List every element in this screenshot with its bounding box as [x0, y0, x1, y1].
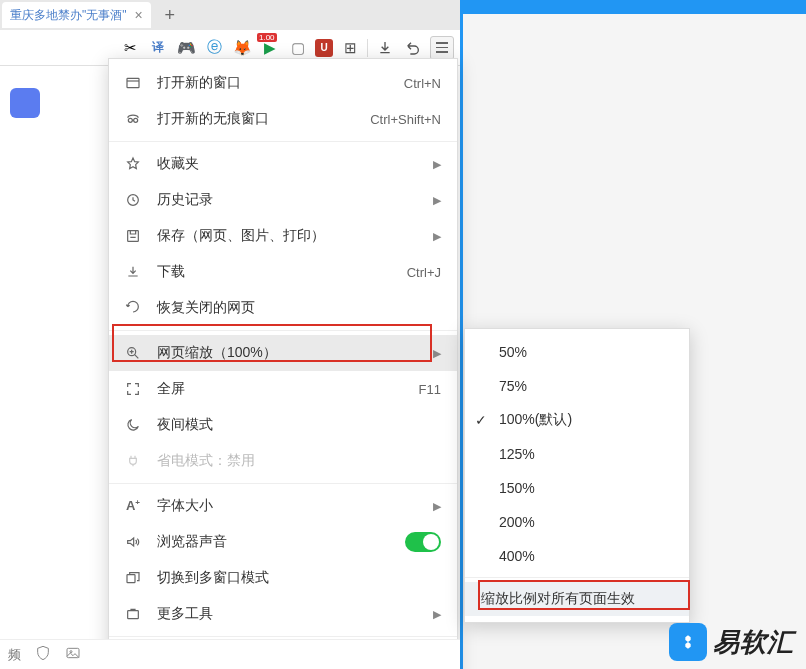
chevron-right-icon: ▶	[433, 608, 441, 621]
menu-item-multiwin[interactable]: 切换到多窗口模式	[109, 560, 457, 596]
moon-icon	[123, 415, 143, 435]
zoom-label: 75%	[499, 378, 527, 394]
menu-item-star[interactable]: 收藏夹▶	[109, 146, 457, 182]
menu-label: 下载	[157, 263, 407, 281]
toggle-switch[interactable]	[405, 532, 441, 552]
multiwin-icon	[123, 568, 143, 588]
menu-item-zoom[interactable]: 网页缩放（100%）▶	[109, 335, 457, 371]
zoom-label: 150%	[499, 480, 535, 496]
menu-item-window[interactable]: 打开新的窗口Ctrl+N	[109, 65, 457, 101]
star-icon	[123, 154, 143, 174]
menu-label: 浏览器声音	[157, 533, 405, 551]
grid-icon[interactable]: ⊞	[339, 37, 361, 59]
zoom-label: 200%	[499, 514, 535, 530]
menu-item-clock[interactable]: 历史记录▶	[109, 182, 457, 218]
menu-label: 打开新的窗口	[157, 74, 404, 92]
menu-button[interactable]	[430, 36, 454, 60]
menu-item-moon[interactable]: 夜间模式	[109, 407, 457, 443]
zoom-option[interactable]: 200%	[465, 505, 689, 539]
zoom-apply-all[interactable]: 缩放比例对所有页面生效	[465, 582, 689, 616]
shield-icon[interactable]: U	[315, 39, 333, 57]
undo-icon[interactable]	[402, 37, 424, 59]
menu-label: 夜间模式	[157, 416, 441, 434]
zoom-icon	[123, 343, 143, 363]
font-icon: A+	[123, 496, 143, 516]
zoom-option[interactable]: 400%	[465, 539, 689, 573]
menu-shortcut: Ctrl+N	[404, 76, 441, 91]
tools-icon	[123, 604, 143, 624]
svg-rect-4	[128, 231, 139, 242]
chevron-right-icon: ▶	[433, 500, 441, 513]
chevron-right-icon: ▶	[433, 158, 441, 171]
download-icon[interactable]	[374, 37, 396, 59]
freq-icon[interactable]: 频	[8, 646, 21, 664]
menu-label: 保存（网页、图片、打印）	[157, 227, 433, 245]
gamepad-icon[interactable]: 🎮	[175, 37, 197, 59]
svg-point-1	[128, 118, 132, 122]
menu-label: 全屏	[157, 380, 419, 398]
logo-badge-icon	[669, 623, 707, 661]
scissors-icon[interactable]: ✂	[119, 37, 141, 59]
zoom-option[interactable]: 150%	[465, 471, 689, 505]
new-tab-button[interactable]: +	[157, 2, 183, 28]
menu-item-sound[interactable]: 浏览器声音	[109, 524, 457, 560]
shield-outline-icon[interactable]	[35, 645, 51, 664]
watermark-logo: 易软汇	[669, 623, 794, 661]
menu-label: 收藏夹	[157, 155, 433, 173]
restore-icon	[123, 298, 143, 318]
image-icon[interactable]	[65, 645, 81, 664]
menu-item-plug: 省电模式：禁用	[109, 443, 457, 479]
window-icon	[123, 73, 143, 93]
play-icon[interactable]: ▶1.00	[259, 37, 281, 59]
menu-shortcut: Ctrl+Shift+N	[370, 112, 441, 127]
close-icon[interactable]: ×	[135, 7, 143, 23]
menu-label: 切换到多窗口模式	[157, 569, 441, 587]
menu-item-incognito[interactable]: 打开新的无痕窗口Ctrl+Shift+N	[109, 101, 457, 137]
book-icon[interactable]: ▢	[287, 37, 309, 59]
chevron-right-icon: ▶	[433, 194, 441, 207]
menu-label: 省电模式：禁用	[157, 452, 441, 470]
svg-rect-7	[128, 611, 139, 619]
menu-label: 字体大小	[157, 497, 433, 515]
side-panel-header	[463, 0, 806, 14]
menu-item-fullscreen[interactable]: 全屏F11	[109, 371, 457, 407]
menu-separator	[465, 577, 689, 578]
zoom-label: 50%	[499, 344, 527, 360]
tab-bar: 重庆多地禁办"无事酒" × +	[0, 0, 460, 30]
sound-icon	[123, 532, 143, 552]
menu-item-restore[interactable]: 恢复关闭的网页	[109, 290, 457, 326]
menu-label: 更多工具	[157, 605, 433, 623]
logo-text: 易软汇	[713, 625, 794, 660]
menu-item-save[interactable]: 保存（网页、图片、打印）▶	[109, 218, 457, 254]
menu-item-download[interactable]: 下载Ctrl+J	[109, 254, 457, 290]
menu-separator	[109, 636, 457, 637]
menu-item-font[interactable]: A+字体大小▶	[109, 488, 457, 524]
svg-rect-0	[127, 78, 139, 87]
zoom-option[interactable]: 75%	[465, 369, 689, 403]
plug-icon	[123, 451, 143, 471]
zoom-option[interactable]: 50%	[465, 335, 689, 369]
zoom-option[interactable]: 125%	[465, 437, 689, 471]
page-favicon	[10, 88, 40, 118]
menu-label: 历史记录	[157, 191, 433, 209]
zoom-option[interactable]: ✓100%(默认)	[465, 403, 689, 437]
menu-label: 恢复关闭的网页	[157, 299, 441, 317]
zoom-label: 400%	[499, 548, 535, 564]
browser-tab[interactable]: 重庆多地禁办"无事酒" ×	[2, 2, 151, 28]
chevron-right-icon: ▶	[433, 230, 441, 243]
fox-icon[interactable]: 🦊	[231, 37, 253, 59]
main-menu: 打开新的窗口Ctrl+N打开新的无痕窗口Ctrl+Shift+N收藏夹▶历史记录…	[108, 58, 458, 669]
menu-label: 网页缩放（100%）	[157, 344, 433, 362]
menu-shortcut: F11	[419, 382, 441, 397]
zoom-footer-label: 缩放比例对所有页面生效	[481, 590, 635, 608]
save-icon	[123, 226, 143, 246]
menu-separator	[109, 483, 457, 484]
menu-separator	[109, 330, 457, 331]
status-bar: 频	[0, 639, 460, 669]
menu-item-tools[interactable]: 更多工具▶	[109, 596, 457, 632]
zoom-label: 100%(默认)	[499, 411, 572, 429]
menu-label: 打开新的无痕窗口	[157, 110, 370, 128]
chevron-right-icon: ▶	[433, 347, 441, 360]
ie-icon[interactable]: ⓔ	[203, 37, 225, 59]
translate-icon[interactable]: 译	[147, 37, 169, 59]
